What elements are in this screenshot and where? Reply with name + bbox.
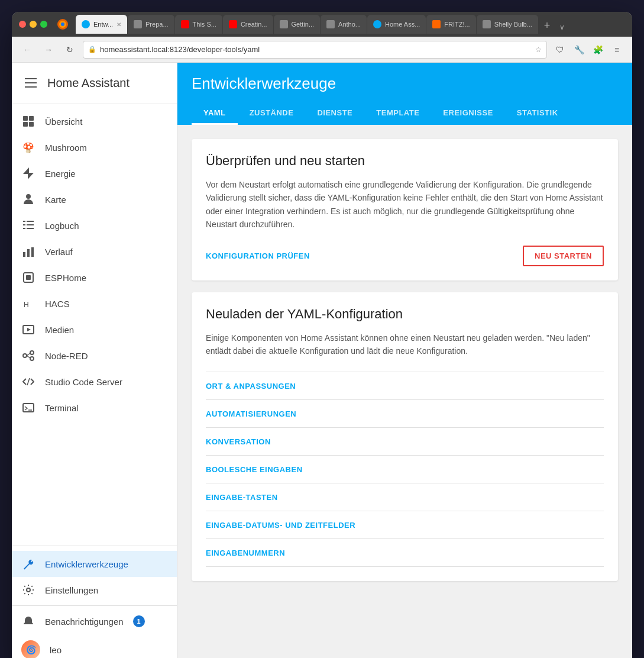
- svg-line-31: [27, 378, 30, 385]
- address-bar[interactable]: 🔒 homeassistant.local:8123/developer-too…: [83, 41, 547, 59]
- settings-gear-icon: [21, 583, 35, 597]
- check-restart-card: Überprüfen und neu starten Vor dem Neust…: [192, 139, 618, 280]
- tab-favicon-2: [134, 20, 142, 28]
- svg-point-2: [61, 22, 64, 26]
- back-button[interactable]: ←: [19, 41, 35, 58]
- sidebar-item-logbuch[interactable]: Logbuch: [12, 212, 177, 238]
- svg-point-27: [30, 351, 34, 354]
- minimize-traffic-light[interactable]: [30, 21, 37, 28]
- sidebar-item-mushroom[interactable]: 🍄 Mushroom: [12, 134, 177, 160]
- svg-rect-8: [23, 122, 28, 127]
- browser-tab-4[interactable]: Creatin...: [223, 15, 273, 34]
- check-restart-title: Überprüfen und neu starten: [206, 153, 604, 169]
- reload-link-1[interactable]: AUTOMATISIERUNGEN: [206, 409, 296, 418]
- lightning-icon: [21, 166, 35, 180]
- tab-zustaende[interactable]: ZUSTÄNDE: [238, 102, 306, 125]
- tab-favicon-yt2: [229, 20, 237, 28]
- page-title: Entwicklerwerkzeuge: [192, 75, 618, 93]
- user-label: leo: [50, 645, 62, 655]
- browser-toolbar: ← → ↻ 🔒 homeassistant.local:8123/develop…: [12, 37, 632, 63]
- tab-statistik[interactable]: STATISTIK: [505, 102, 570, 125]
- browser-tab-5[interactable]: Gettin...: [274, 15, 321, 34]
- sidebar-item-verlauf[interactable]: Verlauf: [12, 238, 177, 265]
- sidebar-item-hacs[interactable]: H HACS: [12, 291, 177, 317]
- tab-overflow-button[interactable]: ∨: [556, 21, 568, 34]
- notification-count-badge: 1: [133, 615, 145, 627]
- reload-link-2[interactable]: KONVERSATION: [206, 437, 271, 446]
- tools-button[interactable]: 🔧: [571, 41, 587, 58]
- new-tab-button[interactable]: +: [539, 17, 555, 34]
- sidebar-item-node-red[interactable]: Node-RED: [12, 343, 177, 369]
- browser-tab-3[interactable]: This S...: [175, 15, 222, 34]
- tab-ereignisse[interactable]: EREIGNISSE: [431, 102, 504, 125]
- svg-line-30: [27, 356, 30, 358]
- reload-link-5[interactable]: EINGABE-DATUMS- UND ZEITFELDER: [206, 521, 355, 530]
- tab-close-btn[interactable]: ✕: [116, 21, 121, 28]
- tab-template[interactable]: TEMPLATE: [364, 102, 431, 125]
- sidebar-item-notifications[interactable]: Benachrichtigungen 1: [12, 608, 177, 634]
- sidebar-label-hacs: HACS: [45, 299, 167, 309]
- svg-rect-32: [23, 404, 34, 412]
- hamburger-icon: [25, 78, 37, 88]
- sidebar-label-karte: Karte: [45, 195, 167, 205]
- restart-button[interactable]: NEU STARTEN: [523, 246, 604, 266]
- svg-rect-17: [27, 228, 34, 229]
- reload-link-4[interactable]: EINGABE-TASTEN: [206, 493, 278, 502]
- bell-icon: [21, 614, 35, 628]
- grid-icon: [21, 114, 35, 128]
- menu-button[interactable]: ≡: [609, 41, 625, 58]
- sidebar-item-medien[interactable]: Medien: [12, 317, 177, 343]
- sidebar: Home Assistant Übersicht 🍄 Mushroom: [12, 63, 177, 658]
- tab-favicon-9: [483, 20, 491, 28]
- tab-label-6: Antho...: [338, 21, 361, 28]
- reload-item: BOOLESCHE EINGABEN: [206, 455, 604, 483]
- sidebar-item-einstellungen[interactable]: Einstellungen: [12, 577, 177, 603]
- sidebar-item-entwicklerwerkzeuge[interactable]: Entwicklerwerkzeuge: [12, 551, 177, 577]
- user-avatar: 🌀: [21, 640, 40, 658]
- bookmark-star-icon[interactable]: ☆: [535, 46, 542, 54]
- shield-button[interactable]: 🛡: [552, 41, 568, 58]
- tab-label-8: FRITZ!...: [444, 21, 470, 28]
- browser-tab-9[interactable]: Shelly Bulb...: [477, 15, 538, 34]
- close-traffic-light[interactable]: [19, 21, 26, 28]
- browser-tab-7[interactable]: Home Ass...: [367, 15, 426, 34]
- svg-rect-15: [27, 224, 34, 225]
- sidebar-label-energie: Energie: [45, 169, 167, 179]
- reload-yaml-card: Neuladen der YAML-Konfiguration Einige K…: [192, 292, 618, 582]
- forward-button[interactable]: →: [40, 41, 57, 58]
- sidebar-toggle-button[interactable]: [21, 73, 40, 92]
- browser-tab-active[interactable]: Entw... ✕: [76, 15, 127, 34]
- browser-tab-2[interactable]: Prepa...: [128, 15, 174, 34]
- sidebar-item-user[interactable]: 🌀 leo: [12, 634, 177, 658]
- sidebar-item-uebersicht[interactable]: Übersicht: [12, 108, 177, 134]
- reload-item: EINGABE-TASTEN: [206, 483, 604, 511]
- svg-rect-12: [23, 221, 25, 222]
- reload-items-list: ORT & ANPASSUNGENAUTOMATISIERUNGENKONVER…: [206, 372, 604, 567]
- sidebar-item-studio-code[interactable]: Studio Code Server: [12, 369, 177, 395]
- app-container: Home Assistant Übersicht 🍄 Mushroom: [12, 63, 632, 658]
- maximize-traffic-light[interactable]: [40, 21, 47, 28]
- svg-rect-4: [25, 82, 37, 83]
- reload-yaml-description: Einige Komponenten von Home Assistant kö…: [206, 331, 604, 358]
- list-icon: [21, 218, 35, 233]
- tab-dienste[interactable]: DIENSTE: [305, 102, 364, 125]
- reload-link-6[interactable]: EINGABENUMMERN: [206, 549, 285, 557]
- sidebar-label-terminal: Terminal: [45, 403, 167, 413]
- sidebar-item-energie[interactable]: Energie: [12, 160, 177, 186]
- browser-tab-6[interactable]: Antho...: [321, 15, 367, 34]
- reload-link-3[interactable]: BOOLESCHE EINGABEN: [206, 465, 303, 474]
- reload-link-0[interactable]: ORT & ANPASSUNGEN: [206, 382, 296, 391]
- tab-favicon-ha: [82, 20, 90, 28]
- extensions-button[interactable]: 🧩: [590, 41, 606, 58]
- reload-button[interactable]: ↻: [62, 41, 78, 58]
- sidebar-label-logbuch: Logbuch: [45, 221, 167, 231]
- reload-item: KONVERSATION: [206, 427, 604, 455]
- person-icon: [21, 192, 35, 207]
- check-config-button[interactable]: KONFIGURATION PRÜFEN: [206, 251, 310, 260]
- browser-tab-8[interactable]: FRITZ!...: [426, 15, 475, 34]
- sidebar-item-karte[interactable]: Karte: [12, 186, 177, 212]
- tab-yaml[interactable]: YAML: [192, 102, 238, 125]
- sidebar-item-esphome[interactable]: ESPHome: [12, 265, 177, 291]
- svg-rect-5: [25, 86, 37, 88]
- sidebar-item-terminal[interactable]: Terminal: [12, 395, 177, 421]
